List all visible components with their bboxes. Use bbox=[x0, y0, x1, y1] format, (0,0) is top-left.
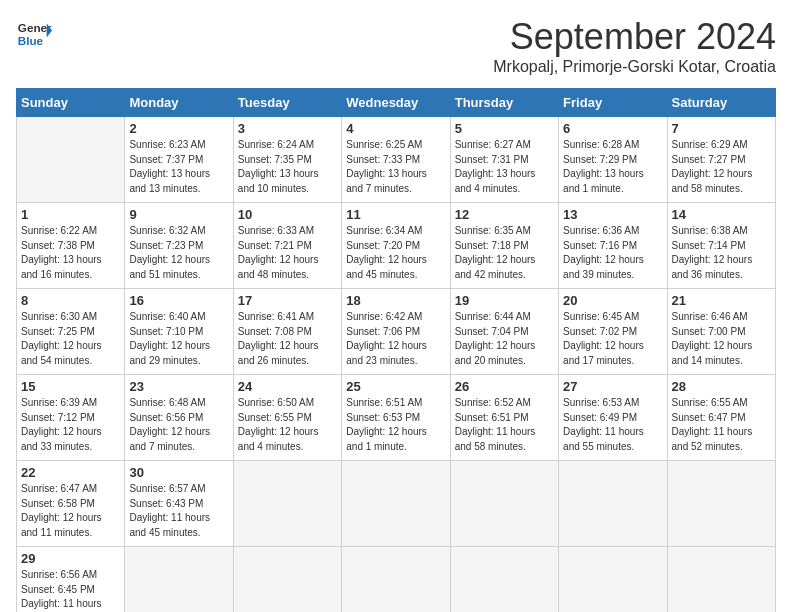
day-number: 1 bbox=[21, 207, 120, 222]
calendar-cell: 14Sunrise: 6:38 AMSunset: 7:14 PMDayligh… bbox=[667, 203, 775, 289]
day-info: Sunrise: 6:55 AMSunset: 6:47 PMDaylight:… bbox=[672, 396, 771, 454]
calendar-cell bbox=[342, 547, 450, 613]
calendar-cell: 13Sunrise: 6:36 AMSunset: 7:16 PMDayligh… bbox=[559, 203, 667, 289]
calendar-cell: 17Sunrise: 6:41 AMSunset: 7:08 PMDayligh… bbox=[233, 289, 341, 375]
calendar-cell bbox=[233, 547, 341, 613]
logo: General Blue bbox=[16, 16, 52, 52]
calendar-cell: 18Sunrise: 6:42 AMSunset: 7:06 PMDayligh… bbox=[342, 289, 450, 375]
day-number: 27 bbox=[563, 379, 662, 394]
calendar-cell: 29Sunrise: 6:56 AMSunset: 6:45 PMDayligh… bbox=[17, 547, 125, 613]
day-number: 29 bbox=[21, 551, 120, 566]
calendar-cell bbox=[667, 547, 775, 613]
calendar-cell: 4Sunrise: 6:25 AMSunset: 7:33 PMDaylight… bbox=[342, 117, 450, 203]
month-title: September 2024 bbox=[493, 16, 776, 58]
day-info: Sunrise: 6:29 AMSunset: 7:27 PMDaylight:… bbox=[672, 138, 771, 196]
day-number: 26 bbox=[455, 379, 554, 394]
title-area: September 2024 Mrkopalj, Primorje-Gorski… bbox=[493, 16, 776, 76]
day-info: Sunrise: 6:39 AMSunset: 7:12 PMDaylight:… bbox=[21, 396, 120, 454]
day-info: Sunrise: 6:27 AMSunset: 7:31 PMDaylight:… bbox=[455, 138, 554, 196]
day-number: 8 bbox=[21, 293, 120, 308]
calendar-cell: 6Sunrise: 6:28 AMSunset: 7:29 PMDaylight… bbox=[559, 117, 667, 203]
day-info: Sunrise: 6:36 AMSunset: 7:16 PMDaylight:… bbox=[563, 224, 662, 282]
day-of-week-header: Wednesday bbox=[342, 89, 450, 117]
calendar-cell: 27Sunrise: 6:53 AMSunset: 6:49 PMDayligh… bbox=[559, 375, 667, 461]
day-info: Sunrise: 6:40 AMSunset: 7:10 PMDaylight:… bbox=[129, 310, 228, 368]
calendar-cell bbox=[667, 461, 775, 547]
day-number: 5 bbox=[455, 121, 554, 136]
day-number: 7 bbox=[672, 121, 771, 136]
day-number: 2 bbox=[129, 121, 228, 136]
day-number: 25 bbox=[346, 379, 445, 394]
day-info: Sunrise: 6:22 AMSunset: 7:38 PMDaylight:… bbox=[21, 224, 120, 282]
day-info: Sunrise: 6:50 AMSunset: 6:55 PMDaylight:… bbox=[238, 396, 337, 454]
calendar-cell bbox=[17, 117, 125, 203]
day-info: Sunrise: 6:51 AMSunset: 6:53 PMDaylight:… bbox=[346, 396, 445, 454]
day-number: 19 bbox=[455, 293, 554, 308]
day-info: Sunrise: 6:30 AMSunset: 7:25 PMDaylight:… bbox=[21, 310, 120, 368]
day-info: Sunrise: 6:25 AMSunset: 7:33 PMDaylight:… bbox=[346, 138, 445, 196]
day-info: Sunrise: 6:56 AMSunset: 6:45 PMDaylight:… bbox=[21, 568, 120, 612]
day-number: 17 bbox=[238, 293, 337, 308]
day-number: 9 bbox=[129, 207, 228, 222]
calendar-cell bbox=[233, 461, 341, 547]
day-number: 30 bbox=[129, 465, 228, 480]
calendar-cell: 8Sunrise: 6:30 AMSunset: 7:25 PMDaylight… bbox=[17, 289, 125, 375]
calendar-cell: 15Sunrise: 6:39 AMSunset: 7:12 PMDayligh… bbox=[17, 375, 125, 461]
day-of-week-header: Friday bbox=[559, 89, 667, 117]
day-info: Sunrise: 6:46 AMSunset: 7:00 PMDaylight:… bbox=[672, 310, 771, 368]
day-of-week-header: Saturday bbox=[667, 89, 775, 117]
logo-icon: General Blue bbox=[16, 16, 52, 52]
day-of-week-header: Monday bbox=[125, 89, 233, 117]
calendar-cell: 5Sunrise: 6:27 AMSunset: 7:31 PMDaylight… bbox=[450, 117, 558, 203]
day-info: Sunrise: 6:57 AMSunset: 6:43 PMDaylight:… bbox=[129, 482, 228, 540]
day-info: Sunrise: 6:34 AMSunset: 7:20 PMDaylight:… bbox=[346, 224, 445, 282]
calendar-cell: 30Sunrise: 6:57 AMSunset: 6:43 PMDayligh… bbox=[125, 461, 233, 547]
calendar-cell bbox=[342, 461, 450, 547]
day-number: 18 bbox=[346, 293, 445, 308]
calendar-cell: 12Sunrise: 6:35 AMSunset: 7:18 PMDayligh… bbox=[450, 203, 558, 289]
day-info: Sunrise: 6:52 AMSunset: 6:51 PMDaylight:… bbox=[455, 396, 554, 454]
day-number: 20 bbox=[563, 293, 662, 308]
day-number: 14 bbox=[672, 207, 771, 222]
day-info: Sunrise: 6:24 AMSunset: 7:35 PMDaylight:… bbox=[238, 138, 337, 196]
day-number: 3 bbox=[238, 121, 337, 136]
calendar-cell: 24Sunrise: 6:50 AMSunset: 6:55 PMDayligh… bbox=[233, 375, 341, 461]
day-number: 23 bbox=[129, 379, 228, 394]
calendar-cell: 1Sunrise: 6:22 AMSunset: 7:38 PMDaylight… bbox=[17, 203, 125, 289]
calendar-cell: 11Sunrise: 6:34 AMSunset: 7:20 PMDayligh… bbox=[342, 203, 450, 289]
calendar-cell: 21Sunrise: 6:46 AMSunset: 7:00 PMDayligh… bbox=[667, 289, 775, 375]
day-of-week-header: Sunday bbox=[17, 89, 125, 117]
day-info: Sunrise: 6:35 AMSunset: 7:18 PMDaylight:… bbox=[455, 224, 554, 282]
day-info: Sunrise: 6:23 AMSunset: 7:37 PMDaylight:… bbox=[129, 138, 228, 196]
day-number: 10 bbox=[238, 207, 337, 222]
calendar-cell: 3Sunrise: 6:24 AMSunset: 7:35 PMDaylight… bbox=[233, 117, 341, 203]
calendar-cell: 23Sunrise: 6:48 AMSunset: 6:56 PMDayligh… bbox=[125, 375, 233, 461]
day-info: Sunrise: 6:28 AMSunset: 7:29 PMDaylight:… bbox=[563, 138, 662, 196]
calendar-cell: 16Sunrise: 6:40 AMSunset: 7:10 PMDayligh… bbox=[125, 289, 233, 375]
day-info: Sunrise: 6:32 AMSunset: 7:23 PMDaylight:… bbox=[129, 224, 228, 282]
day-info: Sunrise: 6:41 AMSunset: 7:08 PMDaylight:… bbox=[238, 310, 337, 368]
day-info: Sunrise: 6:38 AMSunset: 7:14 PMDaylight:… bbox=[672, 224, 771, 282]
calendar-cell: 2Sunrise: 6:23 AMSunset: 7:37 PMDaylight… bbox=[125, 117, 233, 203]
day-number: 11 bbox=[346, 207, 445, 222]
day-number: 21 bbox=[672, 293, 771, 308]
calendar-cell: 20Sunrise: 6:45 AMSunset: 7:02 PMDayligh… bbox=[559, 289, 667, 375]
day-number: 12 bbox=[455, 207, 554, 222]
day-number: 6 bbox=[563, 121, 662, 136]
day-info: Sunrise: 6:53 AMSunset: 6:49 PMDaylight:… bbox=[563, 396, 662, 454]
day-of-week-header: Thursday bbox=[450, 89, 558, 117]
calendar-cell bbox=[125, 547, 233, 613]
svg-text:Blue: Blue bbox=[18, 34, 44, 47]
day-number: 13 bbox=[563, 207, 662, 222]
calendar-cell bbox=[450, 461, 558, 547]
calendar-cell: 10Sunrise: 6:33 AMSunset: 7:21 PMDayligh… bbox=[233, 203, 341, 289]
calendar-cell bbox=[559, 547, 667, 613]
day-number: 15 bbox=[21, 379, 120, 394]
calendar-cell: 19Sunrise: 6:44 AMSunset: 7:04 PMDayligh… bbox=[450, 289, 558, 375]
calendar-cell: 22Sunrise: 6:47 AMSunset: 6:58 PMDayligh… bbox=[17, 461, 125, 547]
calendar-cell bbox=[450, 547, 558, 613]
day-info: Sunrise: 6:42 AMSunset: 7:06 PMDaylight:… bbox=[346, 310, 445, 368]
calendar-cell: 7Sunrise: 6:29 AMSunset: 7:27 PMDaylight… bbox=[667, 117, 775, 203]
location-title: Mrkopalj, Primorje-Gorski Kotar, Croatia bbox=[493, 58, 776, 76]
day-number: 22 bbox=[21, 465, 120, 480]
